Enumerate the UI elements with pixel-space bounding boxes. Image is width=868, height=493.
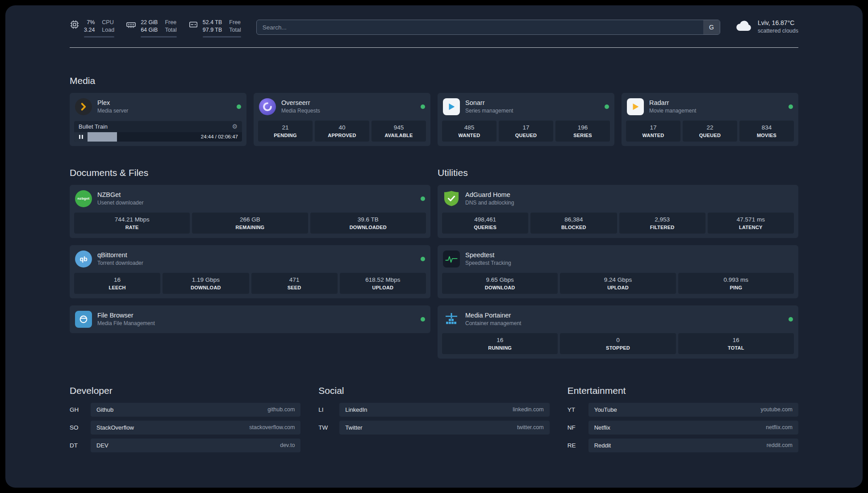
adguard-icon[interactable] <box>443 190 460 207</box>
link-name: Netflix <box>594 424 610 431</box>
stat-movies: 834 MOVIES <box>739 121 794 142</box>
filebrowser-link[interactable]: File Browser Media File Management <box>97 312 155 326</box>
dev-link[interactable]: DEV dev.to <box>91 439 300 452</box>
stat-seed: 471 SEED <box>251 273 338 294</box>
entertainment-section-title: Entertainment <box>568 385 798 396</box>
overseerr-icon[interactable] <box>259 98 276 115</box>
stat-label: PING <box>679 285 793 290</box>
status-dot <box>237 104 241 109</box>
stat-value: 618.52 Mbps <box>341 276 425 283</box>
link-abbr: GH <box>70 406 91 413</box>
nzbget-icon[interactable]: nzbget <box>75 190 92 207</box>
pause-button[interactable] <box>74 132 88 142</box>
link-url: linkedin.com <box>513 406 543 413</box>
now-playing-title: Bullet Train <box>79 123 108 130</box>
portainer-icon[interactable] <box>443 311 460 328</box>
stat-wanted: 17 WANTED <box>626 121 680 142</box>
search-input[interactable] <box>256 20 720 35</box>
gear-icon[interactable]: ⚙ <box>232 123 238 130</box>
app-title: Plex <box>97 99 128 106</box>
sonarr-icon[interactable] <box>443 98 460 115</box>
sonarr-link[interactable]: Sonarr Series management <box>465 99 513 114</box>
card-filebrowser: File Browser Media File Management <box>70 305 430 333</box>
speedtest-icon[interactable] <box>443 251 460 267</box>
stat-label: AVAILABLE <box>372 133 425 138</box>
portainer-link[interactable]: Media Portainer Container management <box>465 312 521 326</box>
status-dot <box>421 317 425 322</box>
stat-value: 16 <box>443 337 557 343</box>
stat-queued: 22 QUEUED <box>683 121 737 142</box>
app-title: Overseerr <box>281 99 320 106</box>
card-sonarr: Sonarr Series management 485 WANTED 17 Q… <box>438 93 614 146</box>
social-section: Social LI LinkedIn linkedin.com TW Twitt… <box>318 385 549 439</box>
card-overseerr: Overseerr Media Requests 21 PENDING 40 A… <box>254 93 430 146</box>
link-row-youtube: YT YouTube youtube.com <box>568 403 798 417</box>
search-provider-button[interactable]: G <box>703 20 720 34</box>
weather-condition: scattered clouds <box>758 28 798 34</box>
netflix-link[interactable]: Netflix netflix.com <box>588 421 798 435</box>
ram-total-value: 64 GiB <box>141 26 158 33</box>
stat-label: RUNNING <box>443 345 557 351</box>
link-abbr: RE <box>568 442 588 449</box>
app-title: Speedtest <box>465 251 511 259</box>
stat-stopped: 0 STOPPED <box>560 333 676 354</box>
link-row-linkedin: LI LinkedIn linkedin.com <box>318 403 549 417</box>
app-title: AdGuard Home <box>465 191 514 198</box>
stat-value: 40 <box>316 124 368 131</box>
playback-progress-bar[interactable]: 24:44 / 02:06:47 <box>88 132 242 142</box>
radarr-icon[interactable] <box>627 98 644 115</box>
app-subtitle: Series management <box>465 108 513 114</box>
youtube-link[interactable]: YouTube youtube.com <box>588 403 798 417</box>
stat-label: QUEUED <box>684 133 736 138</box>
app-title: File Browser <box>97 312 155 319</box>
twitter-link[interactable]: Twitter twitter.com <box>339 421 549 435</box>
stat-value: 0.993 ms <box>679 276 793 283</box>
stat-label: MOVIES <box>740 133 793 138</box>
qbittorrent-icon[interactable]: qb <box>75 251 92 267</box>
cloud-icon <box>735 20 752 34</box>
stat-approved: 40 APPROVED <box>315 121 369 142</box>
developer-section-title: Developer <box>70 385 300 396</box>
link-url: twitter.com <box>517 424 544 430</box>
status-dot <box>421 104 425 109</box>
speedtest-link[interactable]: Speedtest Speedtest Tracking <box>465 251 511 266</box>
stat-label: QUEUED <box>500 133 552 138</box>
qbittorrent-link[interactable]: qBittorrent Torrent downloader <box>97 251 143 266</box>
stat-download: 1.19 Gbps DOWNLOAD <box>163 273 249 294</box>
cpu-label-2: Load <box>102 26 114 33</box>
stat-label: WANTED <box>627 133 680 138</box>
link-name: StackOverflow <box>96 424 134 431</box>
app-subtitle: Speedtest Tracking <box>465 260 511 266</box>
link-name: DEV <box>96 442 108 449</box>
disk-progress-bar <box>203 36 241 38</box>
weather-widget[interactable]: Lviv, 16.87°C scattered clouds <box>735 19 798 34</box>
radarr-link[interactable]: Radarr Movie management <box>649 99 696 114</box>
card-radarr: Radarr Movie management 17 WANTED 22 QUE… <box>622 93 798 146</box>
dashboard: 7% CPU 3.24 Load 22 GiB Free 64 GiB Tota… <box>5 5 863 488</box>
nzbget-link[interactable]: NZBGet Usenet downloader <box>97 191 143 206</box>
ram-label-2: Total <box>165 26 176 33</box>
plex-icon[interactable] <box>75 98 92 115</box>
app-subtitle: Usenet downloader <box>97 200 143 206</box>
link-row-reddit: RE Reddit reddit.com <box>568 439 798 452</box>
stat-value: 39.6 TB <box>311 216 425 223</box>
overseerr-link[interactable]: Overseerr Media Requests <box>281 99 320 114</box>
stat-value: 485 <box>443 124 496 131</box>
stat-ping: 0.993 ms PING <box>678 273 794 294</box>
cpu-percent: 7% <box>84 19 95 26</box>
linkedin-link[interactable]: LinkedIn linkedin.com <box>339 403 549 417</box>
link-url: youtube.com <box>760 406 793 413</box>
filebrowser-icon[interactable] <box>75 311 92 328</box>
stat-upload: 618.52 Mbps UPLOAD <box>340 273 426 294</box>
stat-label: UPLOAD <box>561 285 675 290</box>
adguard-link[interactable]: AdGuard Home DNS and adblocking <box>465 191 514 206</box>
link-row-dev: DT DEV dev.to <box>70 439 300 452</box>
app-title: Radarr <box>649 99 696 106</box>
reddit-link[interactable]: Reddit reddit.com <box>588 439 798 452</box>
plex-link[interactable]: Plex Media server <box>97 99 128 114</box>
stat-label: SEED <box>252 285 337 290</box>
stat-running: 16 RUNNING <box>442 333 558 354</box>
card-adguard: AdGuard Home DNS and adblocking 498,461 … <box>438 185 798 238</box>
github-link[interactable]: Github github.com <box>91 403 300 417</box>
stackoverflow-link[interactable]: StackOverflow stackoverflow.com <box>91 421 300 435</box>
